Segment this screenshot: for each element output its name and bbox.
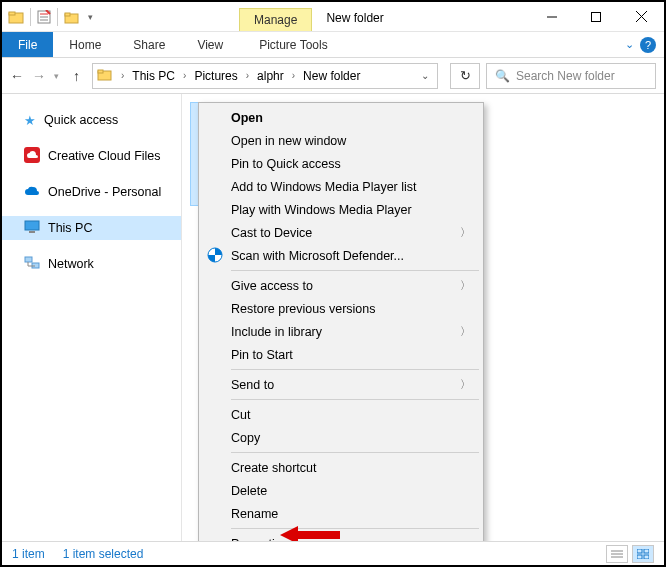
sidebar-item-label: Network xyxy=(48,257,94,271)
menu-label: Cast to Device xyxy=(231,226,312,240)
chevron-right-icon[interactable]: › xyxy=(242,70,253,81)
tab-share[interactable]: Share xyxy=(117,32,181,57)
status-bar: 1 item 1 item selected xyxy=(2,541,664,565)
tab-picture-tools[interactable]: Picture Tools xyxy=(243,32,343,57)
svg-rect-17 xyxy=(25,257,32,262)
menu-label: Send to xyxy=(231,378,274,392)
menu-label: Open xyxy=(231,111,263,125)
up-button[interactable]: ↑ xyxy=(73,68,80,84)
menu-cast-to-device[interactable]: Cast to Device〉 xyxy=(201,221,481,244)
sidebar-item-label: This PC xyxy=(48,221,92,235)
menu-label: Play with Windows Media Player xyxy=(231,203,412,217)
sidebar-item-quick-access[interactable]: ★ Quick access xyxy=(2,108,181,132)
window-title: New folder xyxy=(312,5,397,31)
chevron-right-icon[interactable]: › xyxy=(288,70,299,81)
explorer-body: ★ Quick access Creative Cloud Files OneD… xyxy=(2,94,664,542)
svg-rect-9 xyxy=(592,12,601,21)
sidebar-item-network[interactable]: Network xyxy=(2,252,181,276)
menu-pin-quick-access[interactable]: Pin to Quick access xyxy=(201,152,481,175)
sidebar-item-creative-cloud[interactable]: Creative Cloud Files xyxy=(2,144,181,168)
menu-label: Open in new window xyxy=(231,134,346,148)
help-icon[interactable]: ? xyxy=(640,37,656,53)
view-details-button[interactable] xyxy=(606,545,628,563)
menu-label: Cut xyxy=(231,408,250,422)
ribbon-expand-icon[interactable]: ⌄ xyxy=(625,38,634,51)
menu-label: Restore previous versions xyxy=(231,302,376,316)
svg-rect-16 xyxy=(29,231,35,233)
menu-open-new-window[interactable]: Open in new window xyxy=(201,129,481,152)
menu-give-access-to[interactable]: Give access to〉 xyxy=(201,274,481,297)
navigation-pane: ★ Quick access Creative Cloud Files OneD… xyxy=(2,94,182,542)
menu-add-wmp-list[interactable]: Add to Windows Media Player list xyxy=(201,175,481,198)
folder-icon xyxy=(8,9,24,25)
address-dropdown-icon[interactable]: ⌄ xyxy=(413,70,437,81)
chevron-right-icon[interactable]: › xyxy=(117,70,128,81)
menu-create-shortcut[interactable]: Create shortcut xyxy=(201,456,481,479)
menu-open[interactable]: Open xyxy=(201,106,481,129)
search-input[interactable]: 🔍 Search New folder xyxy=(486,63,656,89)
menu-label: Pin to Start xyxy=(231,348,293,362)
menu-label: Rename xyxy=(231,507,278,521)
menu-scan-defender[interactable]: Scan with Microsoft Defender... xyxy=(201,244,481,267)
monitor-icon xyxy=(24,220,40,237)
new-folder-qat-icon[interactable] xyxy=(64,9,80,25)
menu-separator xyxy=(231,399,479,400)
maximize-button[interactable] xyxy=(574,2,618,31)
tab-home[interactable]: Home xyxy=(53,32,117,57)
sidebar-item-this-pc[interactable]: This PC xyxy=(2,216,181,240)
menu-separator xyxy=(231,452,479,453)
sidebar-item-label: Creative Cloud Files xyxy=(48,149,161,163)
breadcrumb[interactable]: This PC xyxy=(128,69,179,83)
ribbon: File Home Share View Picture Tools ⌄ ? xyxy=(2,32,664,58)
menu-label: Pin to Quick access xyxy=(231,157,341,171)
defender-icon xyxy=(207,247,223,266)
svg-rect-15 xyxy=(25,221,39,230)
close-button[interactable] xyxy=(618,2,664,31)
menu-separator xyxy=(231,270,479,271)
svg-rect-7 xyxy=(65,13,70,16)
cloud-icon xyxy=(24,185,40,200)
menu-cut[interactable]: Cut xyxy=(201,403,481,426)
context-menu: Open Open in new window Pin to Quick acc… xyxy=(198,102,484,559)
menu-send-to[interactable]: Send to〉 xyxy=(201,373,481,396)
creative-cloud-icon xyxy=(24,147,40,166)
search-icon: 🔍 xyxy=(495,69,510,83)
menu-include-library[interactable]: Include in library〉 xyxy=(201,320,481,343)
contextual-tab-manage[interactable]: Manage xyxy=(239,8,312,31)
menu-play-wmp[interactable]: Play with Windows Media Player xyxy=(201,198,481,221)
address-bar-row: ← → ▾ ↑ › This PC › Pictures › alphr › N… xyxy=(2,58,664,94)
file-tab[interactable]: File xyxy=(2,32,53,57)
breadcrumb[interactable]: Pictures xyxy=(190,69,241,83)
svg-rect-28 xyxy=(637,555,642,559)
view-thumbnails-button[interactable] xyxy=(632,545,654,563)
minimize-button[interactable] xyxy=(530,2,574,31)
menu-delete[interactable]: Delete xyxy=(201,479,481,502)
history-dropdown-icon[interactable]: ▾ xyxy=(54,71,59,81)
svg-rect-27 xyxy=(644,549,649,553)
status-item-count: 1 item xyxy=(12,547,45,561)
breadcrumb[interactable]: New folder xyxy=(299,69,364,83)
sidebar-item-onedrive[interactable]: OneDrive - Personal xyxy=(2,180,181,204)
star-icon: ★ xyxy=(24,113,36,128)
network-icon xyxy=(24,256,40,273)
address-bar[interactable]: › This PC › Pictures › alphr › New folde… xyxy=(92,63,438,89)
back-button[interactable]: ← xyxy=(10,68,24,84)
menu-restore-versions[interactable]: Restore previous versions xyxy=(201,297,481,320)
menu-pin-start[interactable]: Pin to Start xyxy=(201,343,481,366)
forward-button[interactable]: → xyxy=(32,68,46,84)
refresh-button[interactable]: ↻ xyxy=(450,63,480,89)
menu-copy[interactable]: Copy xyxy=(201,426,481,449)
content-pane[interactable]: Open Open in new window Pin to Quick acc… xyxy=(182,94,664,542)
tab-view[interactable]: View xyxy=(181,32,239,57)
properties-qat-icon[interactable] xyxy=(37,10,51,24)
qat-dropdown-icon[interactable]: ▾ xyxy=(88,12,93,22)
svg-rect-26 xyxy=(637,549,642,553)
menu-rename[interactable]: Rename xyxy=(201,502,481,525)
breadcrumb[interactable]: alphr xyxy=(253,69,288,83)
menu-separator xyxy=(231,528,479,529)
chevron-right-icon: 〉 xyxy=(460,324,471,339)
menu-label: Copy xyxy=(231,431,260,445)
menu-label: Delete xyxy=(231,484,267,498)
menu-separator xyxy=(231,369,479,370)
chevron-right-icon[interactable]: › xyxy=(179,70,190,81)
